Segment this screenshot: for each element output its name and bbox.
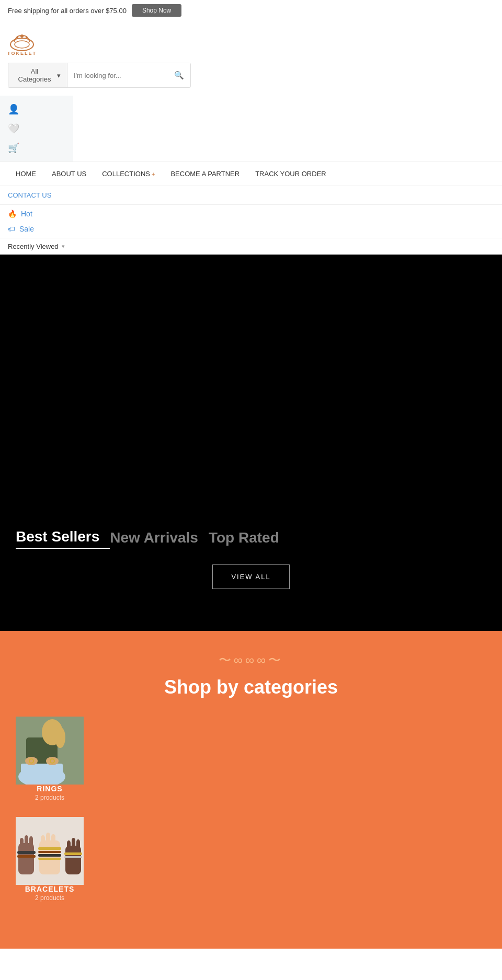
svg-rect-21 — [17, 851, 36, 854]
nav-become-partner[interactable]: BECOME A PARTNER — [163, 162, 247, 186]
svg-rect-33 — [72, 838, 75, 851]
svg-rect-36 — [64, 856, 82, 858]
svg-text:TOKELET: TOKELET — [8, 51, 37, 56]
category-dropdown[interactable]: All Categories ▾ — [8, 63, 67, 87]
svg-point-0 — [10, 38, 33, 51]
rings-image — [16, 717, 84, 785]
svg-rect-30 — [38, 858, 61, 860]
hero-section: Best Sellers New Arrivals Top Rated VIEW… — [0, 255, 502, 631]
svg-point-11 — [46, 757, 59, 765]
svg-point-10 — [25, 757, 38, 765]
user-icon: 👤 — [8, 103, 19, 115]
hot-item[interactable]: 🔥 Hot — [8, 207, 494, 220]
svg-rect-32 — [67, 840, 71, 851]
svg-rect-27 — [38, 847, 61, 850]
svg-rect-26 — [51, 834, 55, 847]
svg-rect-18 — [20, 838, 24, 848]
sub-nav: 🔥 Hot 🏷 Sale — [0, 205, 502, 238]
svg-rect-34 — [76, 839, 80, 851]
main-nav: HOME ABOUT US COLLECTIONS + BECOME A PAR… — [0, 162, 502, 186]
icon-bar: 👤 🤍 🛒 — [0, 96, 73, 162]
nav-collections[interactable]: COLLECTIONS + — [94, 162, 163, 186]
contact-us-link[interactable]: CONTACT US — [0, 186, 502, 205]
tab-top-rated[interactable]: Top Rated — [209, 529, 290, 549]
collections-plus-icon: + — [152, 171, 155, 177]
wishlist-item[interactable]: 🤍 — [8, 120, 65, 137]
svg-rect-29 — [38, 854, 61, 857]
heart-icon: 🤍 — [8, 123, 19, 134]
cart-item[interactable]: 🛒 — [8, 140, 65, 156]
view-all-container: VIEW ALL — [0, 554, 502, 599]
product-tabs: Best Sellers New Arrivals Top Rated — [0, 518, 502, 554]
cart-icon: 🛒 — [8, 142, 19, 154]
recently-viewed-label: Recently Viewed — [8, 243, 59, 250]
bracelets-category-name: BRACELETS — [16, 885, 84, 893]
category-bracelets[interactable]: BRACELETS 2 products — [16, 817, 486, 902]
search-button[interactable]: 🔍 — [168, 63, 190, 87]
sale-icon: 🏷 — [8, 225, 15, 233]
shop-categories-title: Shop by categories — [16, 676, 486, 698]
svg-point-3 — [16, 37, 18, 39]
svg-rect-35 — [64, 852, 82, 855]
svg-rect-9 — [21, 764, 63, 782]
logo-area: TOKELET — [8, 29, 494, 57]
tab-new-arrivals[interactable]: New Arrivals — [110, 529, 209, 549]
shop-categories-section: 〜∞∞∞〜 Shop by categories — [0, 631, 502, 949]
nav-about-us[interactable]: ABOUT US — [44, 162, 94, 186]
bracelets-category-count: 2 products — [16, 894, 84, 902]
svg-rect-20 — [29, 836, 33, 848]
svg-rect-24 — [41, 835, 45, 847]
svg-rect-22 — [17, 855, 36, 858]
bracelets-image — [16, 817, 84, 885]
sale-item[interactable]: 🏷 Sale — [8, 223, 494, 235]
svg-rect-28 — [38, 851, 61, 853]
svg-rect-19 — [25, 835, 28, 848]
chevron-down-icon: ▾ — [57, 72, 61, 79]
svg-point-1 — [15, 41, 29, 48]
svg-point-4 — [26, 37, 28, 39]
svg-rect-25 — [46, 833, 50, 847]
tab-best-sellers[interactable]: Best Sellers — [16, 528, 110, 549]
user-account-item[interactable]: 👤 — [8, 101, 65, 118]
category-rings[interactable]: RINGS 2 products — [16, 717, 486, 801]
shipping-text: Free shipping for all orders over $75.00 — [8, 7, 127, 15]
shop-now-button[interactable]: Shop Now — [132, 4, 181, 17]
rings-category-count: 2 products — [16, 794, 84, 801]
svg-point-2 — [20, 34, 24, 38]
search-bar: All Categories ▾ 🔍 — [8, 63, 191, 88]
view-all-button[interactable]: VIEW ALL — [212, 564, 289, 589]
rings-category-name: RINGS — [16, 785, 84, 793]
nav-home[interactable]: HOME — [8, 162, 44, 186]
nav-main: HOME ABOUT US COLLECTIONS + BECOME A PAR… — [8, 162, 494, 186]
header: TOKELET All Categories ▾ 🔍 — [0, 21, 502, 96]
search-input[interactable] — [67, 63, 168, 87]
ornament-divider: 〜∞∞∞〜 — [16, 652, 486, 668]
category-label: All Categories — [15, 67, 54, 83]
svg-point-15 — [55, 727, 65, 748]
top-bar: Free shipping for all orders over $75.00… — [0, 0, 502, 21]
nav-track-order[interactable]: TRACK YOUR ORDER — [247, 162, 334, 186]
chevron-down-icon: ▾ — [62, 243, 65, 250]
logo-icon[interactable]: TOKELET — [8, 29, 37, 57]
recently-viewed[interactable]: Recently Viewed ▾ — [0, 238, 502, 255]
fire-icon: 🔥 — [8, 210, 17, 218]
